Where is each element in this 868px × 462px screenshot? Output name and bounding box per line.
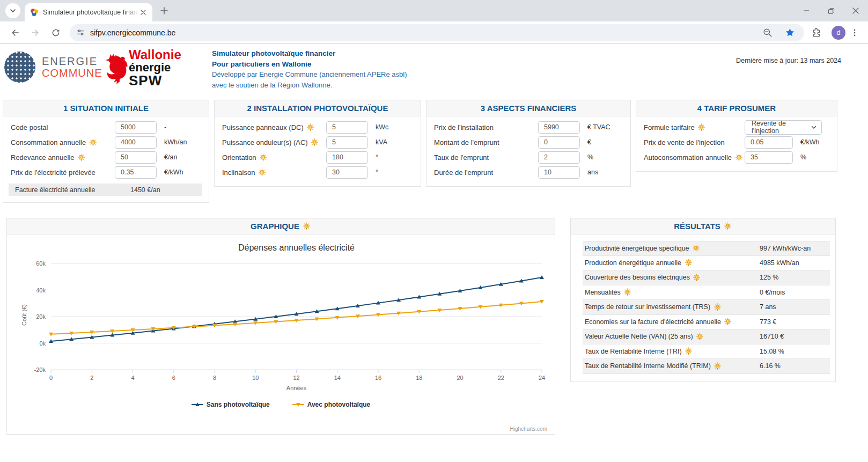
result-row: Temps de retour sur investissement (TRS)… xyxy=(583,300,830,315)
panel-title: GRAPHIQUE xyxy=(7,218,555,234)
tab-search-button[interactable] xyxy=(5,3,20,18)
formule-tarifaire-select[interactable]: Revente de l'injection xyxy=(745,120,822,135)
chart-legend: Sans photovoltaïqueAvec photovoltaïque xyxy=(7,401,555,408)
lightbulb-icon xyxy=(89,138,97,146)
svg-text:40k: 40k xyxy=(36,287,46,294)
site-title-block: Simulateur photovoltaïque financier Pour… xyxy=(212,48,407,90)
url-text[interactable]: sifpv.energiecommune.be xyxy=(90,28,754,37)
svg-text:10: 10 xyxy=(252,375,259,381)
lightbulb-help-icon[interactable] xyxy=(89,138,97,146)
result-row: Production énergétique annuelle 4985 kWh… xyxy=(583,256,830,271)
field-input[interactable] xyxy=(326,121,368,134)
result-value: 4985 kWh/an xyxy=(760,259,799,267)
forward-arrow-icon xyxy=(31,28,40,38)
tab-close-button[interactable] xyxy=(138,8,148,17)
minimize-button[interactable] xyxy=(794,0,819,21)
field-unit: kWh/an xyxy=(164,138,187,146)
browser-tab[interactable]: Simulateur photovoltaïque finan xyxy=(25,3,152,21)
new-tab-button[interactable] xyxy=(157,3,172,18)
zoom-out-button[interactable] xyxy=(759,25,775,41)
field-row: Puissance onduleur(s) (AC) kVA xyxy=(215,135,421,150)
menu-button[interactable] xyxy=(847,25,863,41)
result-row: Economies sur la facture d'électricité a… xyxy=(583,315,830,330)
lightbulb-icon xyxy=(77,153,85,162)
lightbulb-icon xyxy=(724,222,732,230)
lightbulb-help-icon[interactable] xyxy=(693,273,701,282)
field-label: Redevance annuelle xyxy=(11,153,115,162)
field-label: Durée de l'emprunt xyxy=(434,168,538,177)
restore-icon xyxy=(828,8,835,14)
back-button[interactable] xyxy=(6,24,24,41)
results-list: Productivité énergétique spécifique 997 … xyxy=(583,241,830,374)
reload-button[interactable] xyxy=(47,24,64,41)
lightbulb-help-icon[interactable] xyxy=(311,138,319,146)
tab-favicon xyxy=(30,8,39,17)
lightbulb-icon xyxy=(685,347,693,355)
field-row: Formule tarifaire Revente de l'injection xyxy=(636,120,837,135)
lightbulb-help-icon[interactable] xyxy=(724,318,732,326)
toolbar-divider xyxy=(828,27,828,38)
browser-toolbar: sifpv.energiecommune.be d xyxy=(0,21,868,44)
field-label: Prix de l'électricité prélevée xyxy=(11,168,115,177)
result-label: Temps de retour sur investissement (TRS) xyxy=(585,303,760,311)
field-input[interactable] xyxy=(326,136,368,149)
field-input[interactable] xyxy=(538,136,580,149)
logo-wallonie-text: Wallonie xyxy=(129,48,181,61)
field-label: Prix de vente de l'injection xyxy=(644,138,745,146)
lightbulb-help-icon[interactable] xyxy=(713,362,722,370)
forward-button[interactable] xyxy=(27,24,44,41)
svg-text:16: 16 xyxy=(375,375,381,381)
lightbulb-help-icon[interactable] xyxy=(685,347,693,356)
close-window-button[interactable] xyxy=(843,0,868,21)
field-input[interactable] xyxy=(538,166,580,179)
lightbulb-help-icon[interactable] xyxy=(692,244,701,253)
field-label: Autoconsommation annuelle xyxy=(644,153,745,162)
lightbulb-help-icon[interactable] xyxy=(697,123,706,131)
lightbulb-help-icon[interactable] xyxy=(734,153,743,162)
lightbulb-help-icon[interactable] xyxy=(724,222,732,231)
field-unit: - xyxy=(164,123,166,131)
back-arrow-icon xyxy=(10,28,20,38)
field-input[interactable] xyxy=(745,136,793,149)
legend-item-sans-photovolta-que[interactable]: Sans photovoltaïque xyxy=(192,401,270,408)
lightbulb-icon xyxy=(724,318,732,326)
profile-avatar[interactable]: d xyxy=(832,26,845,40)
field-input[interactable] xyxy=(115,166,157,179)
lightbulb-help-icon[interactable] xyxy=(713,303,722,311)
field-label: Montant de l'emprunt xyxy=(434,138,538,146)
result-value: 15.08 % xyxy=(760,348,784,355)
lightbulb-help-icon[interactable] xyxy=(684,259,693,267)
field-input[interactable] xyxy=(115,136,157,149)
lightbulb-icon xyxy=(259,153,267,162)
lightbulb-help-icon[interactable] xyxy=(258,168,266,177)
address-bar[interactable]: sifpv.energiecommune.be xyxy=(70,24,804,41)
result-row: Taux de Rentabilité Interne Modifié (TRI… xyxy=(583,359,830,374)
field-input[interactable] xyxy=(115,151,157,164)
legend-item-avec-photovolta-que[interactable]: Avec photovoltaïque xyxy=(292,401,371,408)
svg-text:12: 12 xyxy=(293,375,299,381)
lightbulb-help-icon[interactable] xyxy=(303,222,311,231)
field-input[interactable] xyxy=(538,151,580,164)
field-input[interactable] xyxy=(115,121,157,134)
lightbulb-help-icon[interactable] xyxy=(306,123,315,131)
lightbulb-help-icon[interactable] xyxy=(623,288,632,297)
highcharts-credit[interactable]: Highcharts.com xyxy=(510,426,547,432)
tab-strip: Simulateur photovoltaïque finan xyxy=(0,0,868,21)
svg-text:18: 18 xyxy=(416,375,422,381)
field-input[interactable] xyxy=(745,151,793,164)
chart-area: Dépenses annuelles électricité-20k0k20k4… xyxy=(7,234,555,434)
restore-button[interactable] xyxy=(819,0,843,21)
site-subtitle-line2: avec le soutien de la Région Wallonne. xyxy=(212,80,407,91)
extensions-button[interactable] xyxy=(808,25,825,41)
field-input[interactable] xyxy=(538,121,580,134)
result-label: Production énergétique annuelle xyxy=(585,259,760,267)
site-settings-icon[interactable] xyxy=(76,28,85,37)
field-unit: €/kWh xyxy=(800,138,819,146)
bookmark-star-button[interactable] xyxy=(782,25,798,41)
result-label: Valeur Actuelle Nette (VAN) (25 ans) xyxy=(585,332,760,341)
lightbulb-help-icon[interactable] xyxy=(77,153,86,162)
lightbulb-help-icon[interactable] xyxy=(696,332,704,341)
field-input[interactable] xyxy=(326,151,368,164)
field-input[interactable] xyxy=(326,166,368,179)
lightbulb-help-icon[interactable] xyxy=(259,153,268,162)
